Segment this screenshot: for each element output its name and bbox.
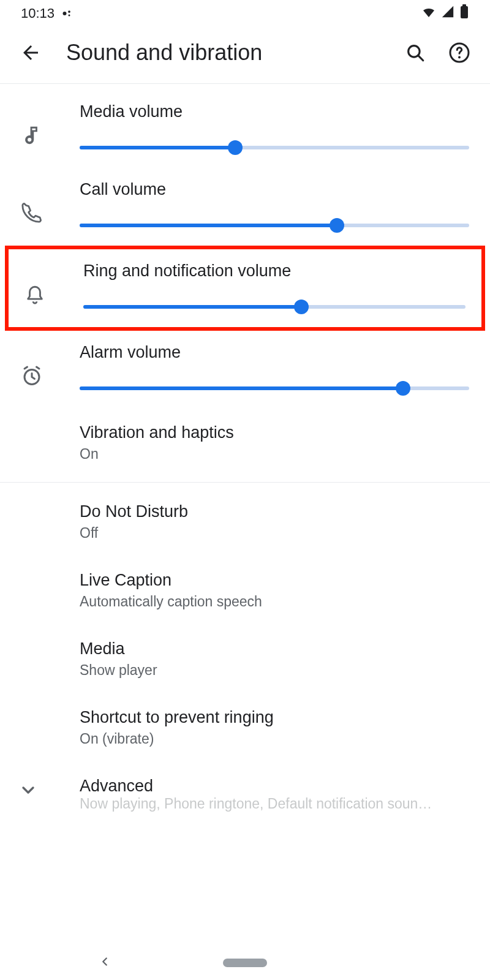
advanced-setting[interactable]: Advanced Now playing, Phone ringtone, De…: [0, 762, 490, 812]
chevron-down-icon: [18, 777, 58, 802]
live-caption-title: Live Caption: [80, 571, 469, 590]
ring-volume-row: Ring and notification volume: [9, 249, 481, 327]
call-volume-row: Call volume: [0, 168, 490, 246]
live-caption-setting[interactable]: Live Caption Automatically caption speec…: [0, 556, 490, 625]
media-volume-label: Media volume: [80, 102, 469, 121]
ring-volume-label: Ring and notification volume: [83, 262, 466, 281]
svg-rect-3: [461, 6, 468, 18]
cell-signal-icon: [441, 5, 454, 22]
help-icon: [448, 42, 470, 64]
advanced-title: Advanced: [80, 777, 469, 796]
page-title: Sound and vibration: [61, 40, 385, 66]
content: Media volume Call volume Ring and n: [0, 84, 490, 812]
svg-rect-4: [462, 4, 466, 7]
vibration-sub: On: [80, 446, 469, 462]
music-note-icon: [21, 107, 60, 146]
ring-volume-slider[interactable]: [83, 305, 466, 309]
status-time: 10:13: [21, 6, 55, 21]
assistant-icon: [62, 8, 73, 19]
svg-point-2: [69, 15, 70, 17]
alarm-volume-row: Alarm volume: [0, 331, 490, 409]
alarm-clock-icon: [21, 347, 60, 387]
media-volume-slider[interactable]: [80, 146, 469, 149]
svg-point-8: [458, 56, 461, 59]
media-volume-row: Media volume: [0, 90, 490, 168]
back-button[interactable]: [17, 39, 44, 66]
shortcut-setting[interactable]: Shortcut to prevent ringing On (vibrate): [0, 693, 490, 762]
fade-overlay: [0, 909, 490, 946]
alarm-volume-label: Alarm volume: [80, 343, 469, 362]
svg-line-6: [418, 56, 423, 61]
live-caption-sub: Automatically caption speech: [80, 594, 469, 610]
nav-back-button[interactable]: [98, 955, 111, 971]
media-setting-title: Media: [80, 639, 469, 658]
call-volume-slider[interactable]: [80, 224, 469, 227]
svg-point-1: [68, 10, 70, 13]
dnd-title: Do Not Disturb: [80, 502, 469, 521]
battery-icon: [459, 4, 469, 23]
call-volume-label: Call volume: [80, 180, 469, 199]
nav-home-pill[interactable]: [223, 959, 267, 967]
advanced-sub: Now playing, Phone ringtone, Default not…: [80, 796, 469, 812]
highlight-box: Ring and notification volume: [5, 246, 485, 331]
phone-icon: [21, 184, 60, 224]
svg-point-0: [63, 12, 67, 15]
dnd-sub: Off: [80, 525, 469, 541]
vibration-setting[interactable]: Vibration and haptics On: [0, 409, 490, 477]
svg-point-9: [27, 137, 32, 142]
app-header: Sound and vibration: [0, 27, 490, 84]
alarm-volume-slider[interactable]: [80, 386, 469, 390]
shortcut-title: Shortcut to prevent ringing: [80, 708, 469, 727]
search-button[interactable]: [402, 39, 429, 66]
arrow-left-icon: [20, 42, 42, 64]
system-nav-bar: [0, 946, 490, 980]
bell-icon: [24, 266, 64, 305]
media-setting-sub: Show player: [80, 662, 469, 679]
help-button[interactable]: [446, 39, 473, 66]
dnd-setting[interactable]: Do Not Disturb Off: [0, 488, 490, 556]
shortcut-sub: On (vibrate): [80, 731, 469, 747]
search-icon: [405, 42, 426, 63]
status-bar: 10:13: [0, 0, 490, 27]
divider: [0, 482, 490, 483]
wifi-icon: [421, 4, 436, 23]
media-setting[interactable]: Media Show player: [0, 625, 490, 693]
vibration-title: Vibration and haptics: [80, 423, 469, 442]
